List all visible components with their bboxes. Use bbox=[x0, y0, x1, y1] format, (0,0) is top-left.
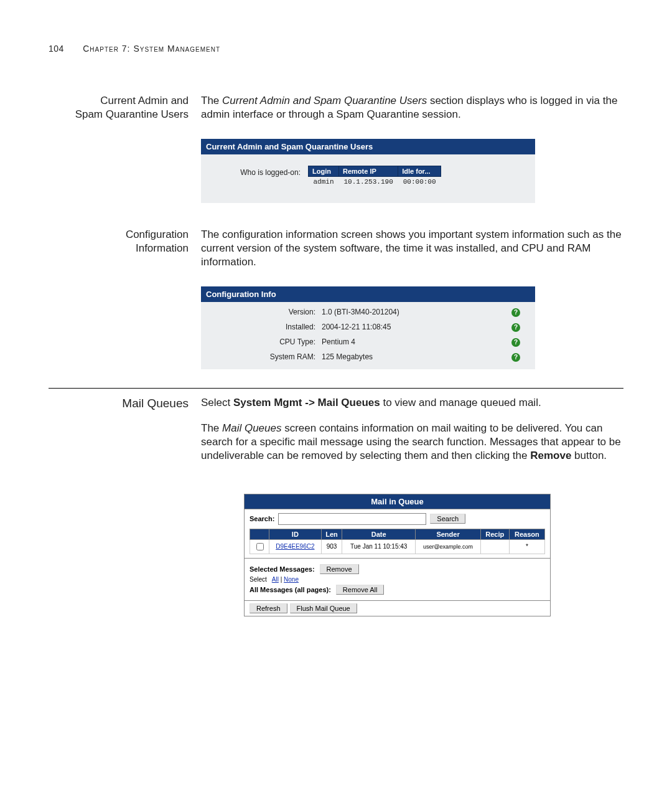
panel-title: Current Admin and Spam Quarantine Users bbox=[201, 139, 535, 154]
cell-label: Version: bbox=[207, 304, 319, 319]
col-checkbox bbox=[250, 529, 269, 539]
help-icon[interactable]: ? bbox=[511, 353, 520, 362]
cell-id[interactable]: D9E4EE96C2 bbox=[269, 539, 322, 554]
separator: | bbox=[279, 576, 284, 583]
cell-label: CPU Type: bbox=[207, 334, 319, 349]
text-bold: Remove bbox=[530, 450, 571, 461]
refresh-button[interactable]: Refresh bbox=[250, 603, 287, 613]
col-reason: Reason bbox=[509, 529, 544, 539]
selected-messages-label: Selected Messages: bbox=[250, 565, 315, 573]
page-number: 104 bbox=[49, 44, 64, 54]
help-icon[interactable]: ? bbox=[511, 323, 520, 332]
body-mail-queues: Select System Mgmt -> Mail Queues to vie… bbox=[201, 396, 623, 462]
table-row: System RAM: 125 Megabytes ? bbox=[207, 349, 529, 364]
sidehead-config-info: Configuration Information bbox=[49, 228, 201, 255]
users-panel: Current Admin and Spam Quarantine Users … bbox=[201, 139, 535, 203]
sidehead-current-admin: Current Admin and Spam Quarantine Users bbox=[49, 94, 201, 121]
config-panel: Configuration Info Version: 1.0 (BTI-3M4… bbox=[201, 286, 535, 369]
text: The configuration information screen sho… bbox=[201, 229, 622, 268]
table-row: admin 10.1.253.190 00:00:00 bbox=[309, 177, 441, 187]
col-idle: Idle for... bbox=[398, 166, 441, 177]
col-remote-ip: Remote IP bbox=[339, 166, 398, 177]
sidehead-line: Configuration bbox=[126, 229, 189, 240]
remove-all-button[interactable]: Remove All bbox=[336, 585, 385, 595]
select-none-link[interactable]: None bbox=[284, 576, 299, 583]
body-current-admin: The Current Admin and Spam Quarantine Us… bbox=[201, 94, 623, 121]
panel-title: Configuration Info bbox=[201, 286, 535, 302]
cell-value: 125 Megabytes bbox=[319, 349, 503, 364]
col-login: Login bbox=[309, 166, 339, 177]
cell-sender: user@example.com bbox=[416, 539, 481, 554]
cell-remote-ip: 10.1.253.190 bbox=[339, 177, 398, 187]
text: button. bbox=[571, 450, 607, 461]
cell-recip bbox=[480, 539, 509, 554]
flush-mail-queue-button[interactable]: Flush Mail Queue bbox=[290, 603, 357, 613]
section-divider bbox=[49, 388, 623, 389]
all-messages-label: All Messages (all pages): bbox=[250, 586, 331, 593]
select-all-link[interactable]: All bbox=[272, 576, 279, 583]
cell-idle: 00:00:00 bbox=[398, 177, 441, 187]
logged-on-table: Login Remote IP Idle for... admin 10.1.2… bbox=[308, 166, 441, 187]
table-row: D9E4EE96C2 903 Tue Jan 11 10:15:43 user@… bbox=[250, 539, 545, 554]
sidehead-line: Spam Quarantine Users bbox=[75, 108, 189, 120]
search-label: Search: bbox=[250, 515, 274, 522]
col-len: Len bbox=[321, 529, 342, 539]
chapter-title: Chapter 7: System Management bbox=[83, 44, 220, 54]
sidehead-line: Current Admin and bbox=[100, 95, 189, 106]
text: to view and manage queued mail. bbox=[380, 397, 541, 408]
who-logged-on-label: Who is logged-on: bbox=[207, 168, 308, 177]
cell-len: 903 bbox=[321, 539, 342, 554]
mail-queue-table: ID Len Date Sender Recip Reason D9E4EE96… bbox=[250, 529, 545, 554]
cell-value: 2004-12-21 11:08:45 bbox=[319, 319, 503, 334]
col-recip: Recip bbox=[480, 529, 509, 539]
cell-value: Pentium 4 bbox=[319, 334, 503, 349]
table-row: Version: 1.0 (BTI-3M40-201204) ? bbox=[207, 304, 529, 319]
help-icon[interactable]: ? bbox=[511, 338, 520, 347]
cell-value: 1.0 (BTI-3M40-201204) bbox=[319, 304, 503, 319]
text: The bbox=[201, 422, 222, 434]
help-icon[interactable]: ? bbox=[511, 308, 520, 317]
search-input[interactable] bbox=[278, 513, 426, 525]
sidehead-line: Information bbox=[136, 242, 189, 254]
table-row: CPU Type: Pentium 4 ? bbox=[207, 334, 529, 349]
table-row: Installed: 2004-12-21 11:08:45 ? bbox=[207, 319, 529, 334]
cell-date: Tue Jan 11 10:15:43 bbox=[342, 539, 416, 554]
text: The bbox=[201, 95, 222, 106]
text-italic: Mail Queues bbox=[222, 422, 281, 434]
col-sender: Sender bbox=[416, 529, 481, 539]
sidehead-mail-queues: Mail Queues bbox=[49, 396, 201, 412]
select-prefix: Select bbox=[250, 576, 267, 583]
remove-button[interactable]: Remove bbox=[320, 564, 359, 574]
mail-queue-panel: Mail in Queue Search: Search ID Len Date… bbox=[244, 494, 551, 616]
col-id: ID bbox=[269, 529, 322, 539]
col-date: Date bbox=[342, 529, 416, 539]
row-checkbox[interactable] bbox=[256, 543, 264, 550]
panel-title: Mail in Queue bbox=[245, 494, 550, 509]
cell-reason: * bbox=[509, 539, 544, 554]
cell-label: System RAM: bbox=[207, 349, 319, 364]
page-header: 104 Chapter 7: System Management bbox=[49, 44, 623, 54]
search-button[interactable]: Search bbox=[430, 514, 465, 524]
cell-login: admin bbox=[309, 177, 339, 187]
text-bold: System Mgmt -> Mail Queues bbox=[233, 397, 380, 408]
body-config-info: The configuration information screen sho… bbox=[201, 228, 623, 269]
text-italic: Current Admin and Spam Quarantine Users bbox=[222, 95, 427, 106]
cell-label: Installed: bbox=[207, 319, 319, 334]
text: Select bbox=[201, 397, 233, 408]
